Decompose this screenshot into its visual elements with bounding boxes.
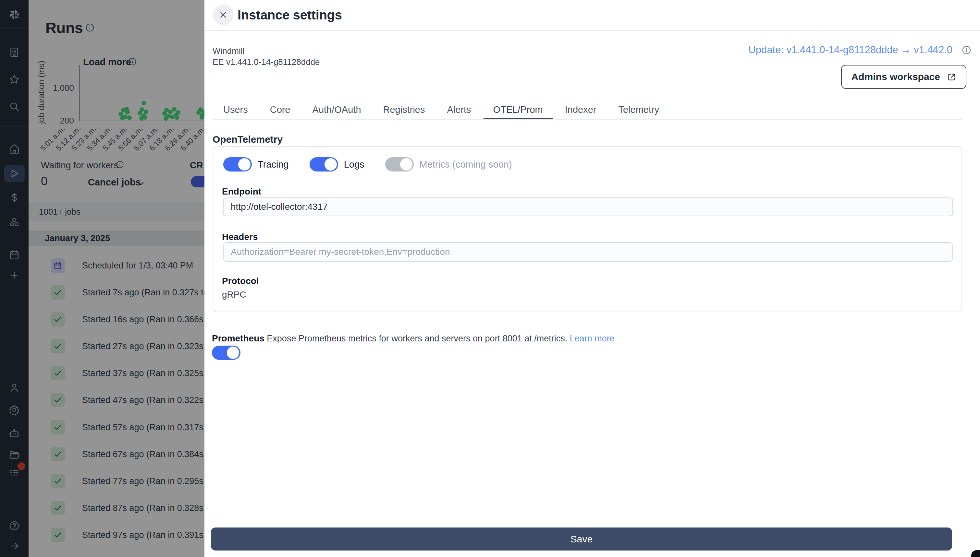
toggle-switch[interactable] bbox=[223, 157, 252, 171]
prometheus-section: Prometheus Expose Prometheus metrics for… bbox=[212, 333, 615, 344]
otel-section-heading: OpenTelemetry bbox=[212, 134, 283, 145]
info-icon[interactable] bbox=[962, 45, 972, 55]
close-icon bbox=[218, 10, 228, 20]
prometheus-heading: Prometheus bbox=[212, 333, 265, 343]
admins-workspace-button[interactable]: Admins workspace bbox=[841, 65, 966, 89]
toggle-label: Logs bbox=[344, 159, 364, 170]
otel-toggles: Tracing Logs Metrics (coming soon) bbox=[223, 157, 512, 171]
save-button[interactable]: Save bbox=[211, 528, 952, 550]
windmill-app: Runs Load more job duration (ms) 1,00020… bbox=[0, 0, 980, 557]
endpoint-input[interactable] bbox=[223, 197, 953, 216]
learn-more-link[interactable]: Learn more bbox=[570, 334, 615, 343]
toggle-knob bbox=[325, 158, 337, 171]
settings-tab[interactable]: Indexer bbox=[555, 102, 606, 119]
otel-card: Tracing Logs Metrics (coming soon) Endpo… bbox=[212, 146, 962, 312]
toggle-knob bbox=[238, 158, 250, 171]
toggle-group: Logs bbox=[310, 157, 364, 171]
settings-tab[interactable]: Registries bbox=[374, 102, 435, 119]
toggle-group: Metrics (coming soon) bbox=[385, 157, 512, 171]
toggle-knob bbox=[227, 347, 239, 359]
product-version: EE v1.441.0-14-g81128ddde bbox=[212, 56, 320, 67]
protocol-value: gRPC bbox=[222, 290, 246, 300]
endpoint-label: Endpoint bbox=[222, 186, 261, 197]
settings-tab[interactable]: Alerts bbox=[437, 102, 480, 119]
drawer-title: Instance settings bbox=[238, 8, 342, 22]
settings-tab[interactable]: Telemetry bbox=[608, 102, 669, 119]
product-name: Windmill bbox=[212, 46, 320, 56]
toggle-switch[interactable] bbox=[385, 157, 414, 171]
settings-tabs: UsersCoreAuth/OAuthRegistriesAlertsOTEL/… bbox=[204, 102, 980, 119]
update-row: Update: v1.441.0-14-g81128ddde → v1.442.… bbox=[748, 44, 972, 56]
close-button[interactable] bbox=[213, 5, 234, 25]
protocol-label: Protocol bbox=[222, 276, 259, 286]
settings-tab[interactable]: Users bbox=[214, 102, 258, 119]
toggle-label: Tracing bbox=[258, 159, 289, 170]
headers-input[interactable] bbox=[223, 242, 953, 262]
external-link-icon bbox=[947, 73, 956, 81]
instance-settings-drawer: Instance settings Windmill EE v1.441.0-1… bbox=[204, 0, 980, 557]
headers-label: Headers bbox=[222, 232, 258, 242]
settings-tab[interactable]: OTEL/Prom bbox=[483, 102, 553, 119]
toggle-label: Metrics (coming soon) bbox=[420, 159, 512, 170]
prometheus-description: Expose Prometheus metrics for workers an… bbox=[267, 334, 567, 343]
admins-workspace-label: Admins workspace bbox=[851, 71, 940, 82]
toggle-knob bbox=[400, 158, 412, 171]
prometheus-toggle[interactable] bbox=[212, 345, 240, 360]
instance-version: Windmill EE v1.441.0-14-g81128ddde bbox=[212, 46, 320, 67]
settings-tab[interactable]: Auth/OAuth bbox=[303, 102, 371, 119]
toggle-group: Tracing bbox=[223, 157, 289, 171]
toggle-switch[interactable] bbox=[310, 157, 338, 171]
update-link[interactable]: Update: v1.441.0-14-g81128ddde → v1.442.… bbox=[748, 44, 952, 56]
tabs-divider bbox=[212, 119, 962, 120]
settings-tab[interactable]: Core bbox=[260, 102, 300, 119]
header-divider bbox=[204, 30, 980, 31]
